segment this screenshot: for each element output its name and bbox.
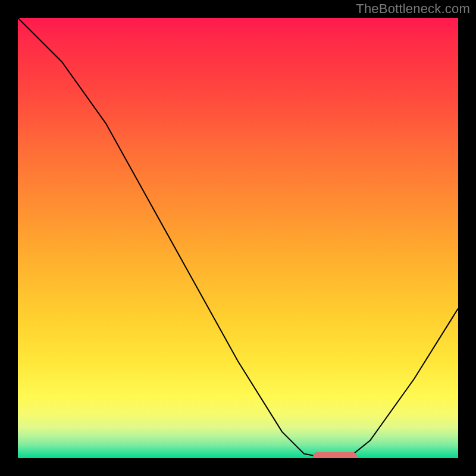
optimal-range-marker xyxy=(313,452,357,458)
chart-frame: TheBottleneck.com xyxy=(0,0,476,476)
plot-area xyxy=(18,18,458,458)
attribution-text: TheBottleneck.com xyxy=(356,1,470,17)
bottleneck-curve xyxy=(18,18,458,458)
